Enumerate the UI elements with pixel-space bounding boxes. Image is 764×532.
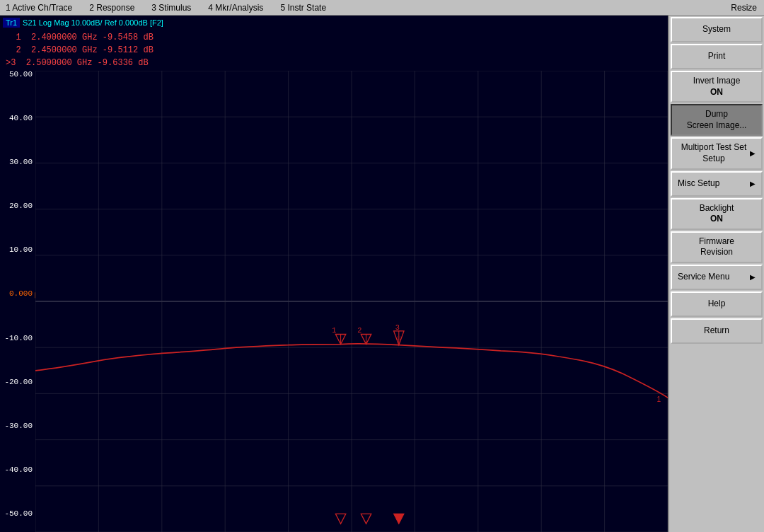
help-label: Help	[708, 299, 726, 310]
dump-screen-label2: Screen Image...	[687, 120, 747, 132]
firmware-button[interactable]: Firmware Revision	[671, 231, 763, 263]
y-label-40: 40.00	[0, 115, 33, 122]
help-button[interactable]: Help	[671, 291, 763, 317]
misc-setup-arrow: ▶	[750, 179, 756, 188]
return-label: Return	[704, 325, 729, 337]
y-axis: 50.00 40.00 30.00 20.00 10.00 0.000▶ -10…	[0, 71, 35, 532]
y-label-10: 10.00	[0, 246, 33, 254]
chart-svg: 1 2 3 ↓↓ 1	[35, 71, 668, 532]
invert-image-label: Invert Image	[693, 76, 741, 87]
chart-wrapper: 50.00 40.00 30.00 20.00 10.00 0.000▶ -10…	[0, 71, 668, 532]
multiport-button[interactable]: Multiport Test Set Setup ▶	[671, 137, 763, 169]
menu-stimulus[interactable]: 3 Stimulus	[149, 1, 194, 14]
y-label-0: 0.000▶	[0, 290, 33, 298]
right-panel: System Print Invert Image ON Dump Screen…	[668, 16, 764, 532]
multiport-label: Multiport Test Set Setup	[678, 142, 750, 164]
marker-2-label: 2	[357, 326, 361, 335]
backlight-button[interactable]: Backlight ON	[671, 198, 763, 230]
trace-info: S21 Log Mag 10.00dB/ Ref 0.000dB [F2]	[23, 18, 163, 27]
chart-header: Tr1 S21 Log Mag 10.00dB/ Ref 0.000dB [F2…	[0, 16, 668, 30]
main-content: Tr1 S21 Log Mag 10.00dB/ Ref 0.000dB [F2…	[0, 16, 764, 532]
y-label-neg30: -30.00	[0, 422, 33, 430]
service-menu-arrow: ▶	[750, 272, 756, 282]
resize-button[interactable]: Resize	[727, 1, 761, 14]
trace-label: Tr1	[3, 18, 20, 28]
menu-response[interactable]: 2 Response	[86, 1, 137, 14]
print-button[interactable]: Print	[671, 44, 763, 69]
chart-plot: 1 2 3 ↓↓ 1	[35, 71, 668, 532]
dump-screen-label: Dump	[705, 109, 728, 120]
service-menu-label: Service Menu	[678, 272, 729, 283]
bottom-marker-2	[361, 514, 371, 524]
y-label-neg20: -20.00	[0, 378, 33, 386]
marker-1: 1 2.4000000 GHz -9.5458 dB	[6, 31, 662, 44]
markers-info: 1 2.4000000 GHz -9.5458 dB 2 2.4500000 G…	[0, 30, 668, 71]
y-label-30: 30.00	[0, 158, 33, 166]
menu-mkr-analysis[interactable]: 4 Mkr/Analysis	[205, 1, 266, 14]
dump-screen-button[interactable]: Dump Screen Image...	[671, 104, 763, 136]
bottom-marker-3	[394, 514, 404, 524]
svg-text:↓↓: ↓↓	[396, 333, 402, 341]
multiport-arrow: ▶	[750, 149, 756, 158]
y-label-neg40: -40.00	[0, 466, 33, 474]
menu-active-ch-trace[interactable]: 1 Active Ch/Trace	[3, 1, 75, 14]
system-label: System	[702, 24, 731, 35]
top-menu-bar: 1 Active Ch/Trace 2 Response 3 Stimulus …	[0, 0, 764, 16]
marker-3: >3 2.5000000 GHz -9.6336 dB	[6, 57, 662, 69]
y-label-20: 20.00	[0, 202, 33, 210]
marker-3-label: 3	[395, 323, 400, 332]
backlight-label: Backlight	[700, 203, 734, 214]
endpoint-label: 1	[657, 394, 661, 403]
multiport-inner: Multiport Test Set Setup ▶	[675, 142, 758, 164]
service-menu-inner: Service Menu ▶	[675, 272, 758, 283]
service-menu-button[interactable]: Service Menu ▶	[671, 265, 763, 290]
y-label-50: 50.00	[0, 71, 33, 79]
bottom-marker-1	[335, 514, 345, 524]
return-button[interactable]: Return	[671, 318, 763, 344]
y-label-neg10: -10.00	[0, 335, 33, 342]
marker-1-label: 1	[332, 326, 337, 335]
marker-2: 2 2.4500000 GHz -9.5112 dB	[6, 44, 662, 57]
menu-instr-state[interactable]: 5 Instr State	[277, 1, 329, 14]
backlight-state: ON	[710, 214, 723, 225]
misc-setup-inner: Misc Setup ▶	[675, 178, 758, 190]
chart-area: Tr1 S21 Log Mag 10.00dB/ Ref 0.000dB [F2…	[0, 16, 668, 532]
misc-setup-label: Misc Setup	[678, 178, 719, 190]
invert-image-button[interactable]: Invert Image ON	[671, 71, 763, 103]
misc-setup-button[interactable]: Misc Setup ▶	[671, 171, 763, 197]
firmware-label: Firmware	[699, 236, 734, 248]
menu-items: 1 Active Ch/Trace 2 Response 3 Stimulus …	[3, 1, 329, 14]
print-label: Print	[708, 51, 726, 62]
invert-image-state: ON	[710, 87, 723, 98]
y-label-neg50: -50.00	[0, 510, 33, 518]
system-button[interactable]: System	[671, 17, 763, 42]
firmware-label2: Revision	[700, 247, 733, 258]
